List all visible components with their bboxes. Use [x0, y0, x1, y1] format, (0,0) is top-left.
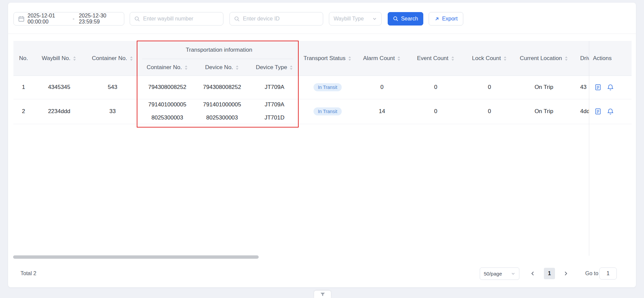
- waybill-type-placeholder: Waybill Type: [334, 16, 369, 22]
- cell-event-count: 0: [434, 84, 437, 91]
- waybill-detail-button[interactable]: [595, 108, 602, 115]
- goto-page-input[interactable]: [599, 267, 617, 280]
- chevron-right-icon: [563, 271, 568, 276]
- col-group-label: Transportation information: [186, 47, 252, 53]
- export-button[interactable]: Export: [429, 12, 463, 26]
- calendar-icon: [18, 16, 25, 22]
- waybill-number-input[interactable]: [143, 16, 219, 22]
- cell-no: 1: [22, 84, 25, 91]
- cell-transport-container: 8025300003: [152, 114, 183, 121]
- device-id-input[interactable]: [243, 16, 318, 22]
- sort-icon[interactable]: [129, 56, 133, 61]
- date-range-end: 2025-12-30 23:59:59: [79, 13, 120, 25]
- status-badge: In Transit: [313, 83, 342, 91]
- search-button-label: Search: [401, 16, 418, 22]
- page: 2025-12-01 00:00:00 - 2025-12-30 23:59:5…: [0, 0, 644, 298]
- col-header-alarm-count[interactable]: Alarm Count: [363, 55, 401, 62]
- waybill-search-field: [130, 12, 223, 26]
- device-search-field: [229, 12, 323, 26]
- cell-current-location: On Trip: [534, 84, 553, 91]
- col-header-label: No.: [19, 55, 28, 62]
- sort-icon[interactable]: [451, 56, 455, 61]
- alarm-notification-button[interactable]: [607, 108, 614, 115]
- sort-icon[interactable]: [348, 56, 352, 61]
- cell-alarm-count: 14: [379, 108, 385, 115]
- prev-page-button[interactable]: [530, 271, 535, 276]
- chevron-down-icon: [372, 16, 377, 21]
- col-header-waybill-no[interactable]: Waybill No.: [42, 55, 76, 62]
- next-page-button[interactable]: [563, 271, 568, 276]
- cell-waybill-no: 2234ddd: [48, 108, 70, 115]
- cell-transport-device-type: JT709A: [265, 84, 285, 91]
- page-number-1[interactable]: 1: [544, 268, 555, 279]
- sort-icon[interactable]: [503, 56, 507, 61]
- col-header-transport-status[interactable]: Transport Status: [303, 55, 351, 62]
- search-icon: [134, 16, 140, 22]
- row-divider: [13, 99, 632, 99]
- col-header-driver: Driv: [580, 55, 589, 62]
- sort-icon[interactable]: [235, 65, 239, 70]
- cell-transport-device: 8025300003: [206, 114, 238, 121]
- col-header-label: Event Count: [417, 55, 448, 62]
- sort-icon[interactable]: [290, 65, 293, 70]
- page-size-value: 50/page: [484, 271, 502, 277]
- total-count-label: Total 2: [20, 270, 36, 277]
- sort-icon[interactable]: [73, 56, 77, 61]
- search-icon: [234, 16, 240, 22]
- page-size-select[interactable]: 50/page: [480, 267, 519, 280]
- col-header-label: Waybill No.: [42, 55, 70, 62]
- col-header-label: Lock Count: [472, 55, 501, 62]
- search-icon: [393, 16, 398, 21]
- cell-driver: 43: [580, 84, 589, 91]
- cell-transport-container: 791401000005: [148, 101, 186, 108]
- alarm-notification-button[interactable]: [607, 84, 614, 91]
- col-header-label: Transport Status: [303, 55, 345, 62]
- cell-event-count: 0: [434, 108, 437, 115]
- sort-icon[interactable]: [397, 56, 401, 61]
- col-header-label: Container No.: [147, 64, 182, 71]
- cell-transport-device: 794308008252: [203, 84, 241, 91]
- horizontal-scrollbar[interactable]: [13, 255, 259, 259]
- col-header-sub-device-no[interactable]: Device No.: [205, 64, 239, 71]
- cell-transport-container: 794308008252: [148, 84, 186, 91]
- date-range-picker[interactable]: 2025-12-01 00:00:00 - 2025-12-30 23:59:5…: [13, 12, 124, 26]
- bell-icon: [607, 108, 614, 115]
- cell-transport-device-type: JT701D: [264, 114, 285, 121]
- table-header-border: [13, 76, 632, 76]
- sort-icon[interactable]: [184, 65, 188, 70]
- search-button[interactable]: Search: [388, 12, 423, 26]
- cell-waybill-no: 4345345: [48, 84, 70, 91]
- cell-transport-device: 791401000005: [203, 101, 241, 108]
- col-header-label: Current Location: [520, 55, 562, 62]
- cell-transport-device-type: JT709A: [265, 101, 285, 108]
- sort-icon[interactable]: [564, 56, 568, 61]
- document-icon: [595, 108, 602, 115]
- funnel-icon: [320, 292, 325, 296]
- col-header-sub-device-type[interactable]: Device Type: [256, 64, 293, 71]
- cell-lock-count: 0: [488, 108, 491, 115]
- waybill-detail-button[interactable]: [595, 84, 602, 91]
- col-group-transportation-info: Transportation information: [186, 47, 252, 53]
- cell-driver: 4dd: [580, 108, 589, 115]
- waybill-type-select[interactable]: Waybill Type: [329, 12, 382, 26]
- export-icon: [434, 16, 439, 21]
- col-header-current-location[interactable]: Current Location: [520, 55, 568, 62]
- date-range-separator: -: [73, 16, 74, 22]
- date-range-start: 2025-12-01 00:00:00: [28, 13, 68, 25]
- cell-current-location: On Trip: [534, 108, 553, 115]
- col-header-actions: Actions: [593, 55, 612, 62]
- cell-alarm-count: 0: [380, 84, 383, 91]
- col-header-sub-container-no[interactable]: Container No.: [147, 64, 188, 71]
- col-header-event-count[interactable]: Event Count: [417, 55, 455, 62]
- col-header-container-no[interactable]: Container No.: [92, 55, 133, 62]
- col-header-label: Actions: [593, 55, 612, 62]
- main-panel: 2025-12-01 00:00:00 - 2025-12-30 23:59:5…: [8, 3, 636, 287]
- col-header-lock-count[interactable]: Lock Count: [472, 55, 507, 62]
- cell-lock-count: 0: [488, 84, 491, 91]
- filter-drawer-toggle[interactable]: [314, 291, 331, 298]
- document-icon: [595, 84, 602, 91]
- group-header-divider: [142, 59, 293, 59]
- fixed-column-divider: [589, 41, 589, 256]
- chevron-down-icon: [511, 271, 515, 276]
- export-button-label: Export: [442, 16, 458, 22]
